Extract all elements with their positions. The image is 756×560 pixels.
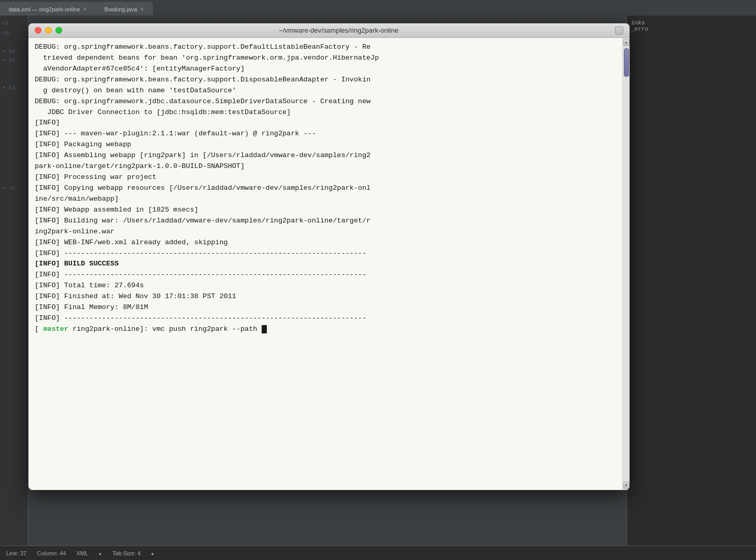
- minimize-button[interactable]: [45, 27, 52, 34]
- prompt-bracket: [: [35, 324, 43, 335]
- terminal-line: [INFO] Final Memory: 8M/81M: [35, 302, 623, 313]
- close-button[interactable]: [35, 27, 41, 34]
- tab-close-icon[interactable]: ×: [140, 6, 144, 13]
- prompt-command-text: vmc push ring2park --path: [152, 324, 262, 335]
- titlebar-right-button[interactable]: [615, 26, 623, 35]
- terminal-line: [INFO] ---------------------------------…: [35, 270, 623, 281]
- terminal-window: ~/vmware-dev/samples/ring2park-online DE…: [28, 23, 630, 490]
- traffic-lights: [35, 27, 62, 34]
- terminal-line: DEBUG: org.springframework.beans.factory…: [35, 42, 623, 53]
- terminal-title: ~/vmware-dev/samples/ring2park-online: [62, 26, 615, 34]
- tab-close-icon[interactable]: ×: [83, 6, 87, 13]
- terminal-line: [INFO] Webapp assembled in [1825 msecs]: [35, 205, 623, 216]
- tab-data-xml[interactable]: data.xml — ring2park-online ×: [0, 2, 96, 16]
- prompt-master-label: master: [43, 324, 68, 335]
- ide-right-panel: inks _erro: [626, 16, 756, 545]
- terminal-line: ing2park-online.war: [35, 227, 623, 237]
- ide-statusbar: Line: 37 Column: 44 XML ⬥ Tab Size: 4 ⬥: [0, 545, 756, 560]
- maximize-button[interactable]: [55, 27, 62, 34]
- ide-left-gutter: <? <b • ht • ht • cl • </: [0, 16, 28, 545]
- terminal-line: trieved dependent beans for bean 'org.sp…: [35, 53, 623, 64]
- terminal-line: g destroy() on bean with name 'testDataS…: [35, 86, 623, 96]
- scrollbar-up-button[interactable]: ▲: [623, 39, 630, 46]
- terminal-line: park-online/target/ring2park-1.0.0-BUILD…: [35, 161, 623, 172]
- scroll-up-icon: ▲: [625, 40, 627, 46]
- terminal-line: [INFO] Total time: 27.694s: [35, 281, 623, 291]
- right-panel-error: _erro: [631, 26, 752, 32]
- scrollbar-thumb[interactable]: [624, 48, 629, 77]
- statusbar-filetype: XML: [76, 550, 88, 556]
- statusbar-line: Line: 37: [6, 550, 26, 556]
- terminal-line: [INFO] WEB-INF/web.xml already added, sk…: [35, 237, 623, 248]
- terminal-line: [INFO] Building war: /Users/rladdad/vmwa…: [35, 216, 623, 227]
- terminal-line: [INFO] Packaging webapp: [35, 139, 623, 150]
- statusbar-separator: ⬥: [98, 550, 102, 556]
- terminal-line: JDBC Driver Connection to [jdbc:hsqldb:m…: [35, 107, 623, 118]
- terminal-scrollbar[interactable]: ▲ ▼: [622, 38, 630, 490]
- statusbar-column: Column: 44: [37, 550, 66, 556]
- terminal-line: [INFO] Processing war project: [35, 172, 623, 183]
- terminal-line: aVendorAdapter#67ce85c4': [entityManager…: [35, 64, 623, 75]
- terminal-line: [INFO]: [35, 118, 623, 129]
- tab-booking-java[interactable]: Booking.java ×: [96, 2, 153, 16]
- terminal-body[interactable]: DEBUG: org.springframework.beans.factory…: [28, 38, 630, 490]
- statusbar-tabsize: Tab Size: 4: [112, 550, 140, 556]
- right-panel-links: inks: [631, 20, 752, 26]
- terminal-line: DEBUG: org.springframework.jdbc.datasour…: [35, 96, 623, 107]
- terminal-line: [INFO] --- maven-war-plugin:2.1.1:war (d…: [35, 129, 623, 139]
- terminal-prompt: [ master ring2park-online]: vmc push rin…: [35, 324, 623, 335]
- terminal-line: [INFO] ---------------------------------…: [35, 313, 623, 324]
- scrollbar-down-button[interactable]: ▼: [623, 482, 630, 489]
- terminal-cursor: [262, 325, 267, 333]
- prompt-path-label: ring2park-online]:: [68, 324, 152, 335]
- terminal-line: [INFO] ---------------------------------…: [35, 248, 623, 259]
- terminal-line: [INFO] Finished at: Wed Nov 30 17:01:38 …: [35, 291, 623, 302]
- tab-label: Booking.java: [105, 6, 137, 12]
- terminal-line: DEBUG: org.springframework.beans.factory…: [35, 75, 623, 86]
- scroll-down-icon: ▼: [625, 483, 627, 488]
- terminal-build-success: [INFO] BUILD SUCCESS: [35, 259, 623, 270]
- ide-tabs: data.xml — ring2park-online × Booking.ja…: [0, 0, 756, 16]
- statusbar-separator2: ⬥: [151, 550, 154, 556]
- terminal-line: [INFO] Assembling webapp [ring2park] in …: [35, 150, 623, 161]
- terminal-line: [INFO] Copying webapp resources [/Users/…: [35, 183, 623, 194]
- tab-label: data.xml — ring2park-online: [9, 6, 80, 12]
- terminal-titlebar: ~/vmware-dev/samples/ring2park-online: [28, 23, 630, 38]
- gutter-line-numbers: <? <b • ht • ht • cl • </: [0, 16, 28, 197]
- terminal-line: ine/src/main/webapp]: [35, 194, 623, 205]
